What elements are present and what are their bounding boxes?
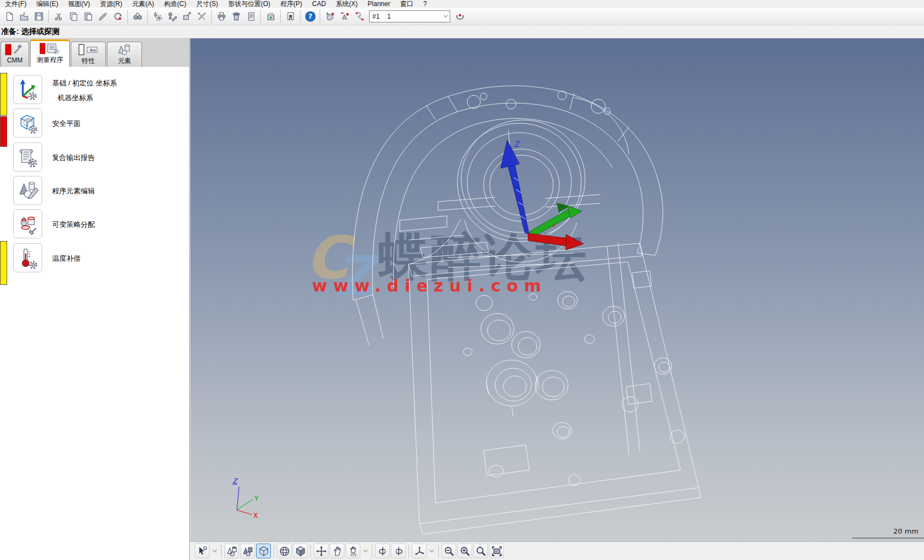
- print-button[interactable]: [214, 9, 229, 24]
- toolbar-separator: [409, 545, 409, 558]
- rotate-right-button[interactable]: [391, 544, 406, 558]
- certificate-report-button[interactable]: [283, 9, 298, 24]
- compound-report-icon: [16, 146, 39, 169]
- coordinate-triad-button[interactable]: [412, 544, 427, 558]
- protocol-icon: [246, 12, 256, 21]
- menu-edit[interactable]: 编辑(E): [31, 1, 63, 8]
- sidebar-item-compound-report[interactable]: [13, 142, 42, 172]
- shaded-cube-button[interactable]: [293, 544, 308, 558]
- manual-probe-button[interactable]: [322, 9, 337, 24]
- svg-text:?: ?: [308, 12, 312, 20]
- viewport-3d[interactable]: C Z 蝶醉论坛: [190, 38, 924, 541]
- menu-help[interactable]: ?: [418, 1, 432, 8]
- certificate-report-icon: [286, 12, 296, 21]
- open-folder-icon: [19, 12, 29, 21]
- probe-build-button[interactable]: [179, 9, 194, 24]
- run-program-button[interactable]: [263, 9, 278, 24]
- fit-view-icon: [491, 546, 502, 557]
- view-toolbar: XYZ: [190, 541, 924, 560]
- manual-probe-icon: [325, 12, 335, 21]
- chevron-down-icon[interactable]: [428, 544, 435, 558]
- elements-outline-icon: [226, 546, 237, 557]
- probe-edit-button[interactable]: [165, 9, 179, 24]
- menu-system[interactable]: 系统(X): [331, 1, 362, 8]
- find-button[interactable]: [130, 9, 145, 24]
- sidebar-item-variable-strategy[interactable]: [13, 209, 42, 238]
- cut-button[interactable]: [51, 9, 66, 24]
- save-button[interactable]: [31, 9, 46, 24]
- menu-window[interactable]: 窗口: [395, 1, 418, 8]
- tab-cmm[interactable]: CMM: [1, 42, 29, 67]
- menu-file[interactable]: 文件(F): [0, 1, 31, 8]
- rotate-left-button[interactable]: [375, 544, 390, 558]
- tab-label: CMM: [7, 56, 23, 64]
- help-button[interactable]: ?: [303, 9, 318, 24]
- probe-wrench-icon: [355, 12, 365, 21]
- pan-xyz-button[interactable]: XYZ: [345, 544, 360, 558]
- menu-construct[interactable]: 构造(C): [159, 1, 191, 8]
- delete-button[interactable]: [229, 9, 243, 24]
- wireframe-cube-button[interactable]: [256, 544, 271, 558]
- zoom-out-button[interactable]: [441, 544, 456, 558]
- chevron-down-icon[interactable]: [211, 544, 218, 558]
- tab-characteristics[interactable]: ⊕⌀ 特性: [71, 42, 106, 67]
- undo-button[interactable]: [110, 9, 125, 24]
- menu-planner[interactable]: Planner: [362, 1, 395, 8]
- fit-view-button[interactable]: [489, 544, 504, 558]
- program-element-edit-icon: [16, 179, 39, 202]
- copy-button[interactable]: [66, 9, 81, 24]
- probe-selector[interactable]: #1 1: [369, 10, 450, 22]
- menu-element[interactable]: 元素(A): [127, 1, 159, 8]
- tab-measure-program[interactable]: 测量程序: [30, 39, 70, 67]
- chevron-down-icon[interactable]: [441, 14, 450, 18]
- probe-rotate-button[interactable]: [452, 9, 467, 24]
- toolbar-separator: [147, 10, 148, 23]
- sidebar-item-base-alignment[interactable]: [13, 75, 42, 104]
- svg-text:XYZ: XYZ: [350, 552, 356, 556]
- wireframe-sphere-button[interactable]: [277, 544, 292, 558]
- tools-button[interactable]: [194, 9, 209, 24]
- new-document-button[interactable]: [2, 9, 16, 24]
- temperature-compensation-icon: [16, 247, 39, 270]
- toolbar-separator: [320, 10, 320, 23]
- probe-selector-value: 1: [387, 13, 441, 20]
- status-marker-yellow: [0, 241, 7, 285]
- menu-resource[interactable]: 资源(R): [95, 1, 127, 8]
- menu-form-position[interactable]: 形状与位置(O): [223, 1, 275, 8]
- select-probe-mode-button[interactable]: [195, 544, 209, 558]
- sidebar-item-safety-plane[interactable]: [13, 108, 42, 138]
- sidebar-item-label: 可变策略分配: [52, 220, 95, 230]
- menu-program[interactable]: 程序(P): [275, 1, 307, 8]
- elements-filled-button[interactable]: [240, 544, 255, 558]
- characteristics-icon: ⊕⌀: [77, 44, 99, 56]
- open-folder-button[interactable]: [16, 9, 31, 24]
- sidebar-item-temperature-compensation[interactable]: [13, 243, 42, 272]
- measure-program-icon: [39, 43, 61, 55]
- tab-elements[interactable]: 元素: [107, 42, 142, 67]
- probe-wrench-button[interactable]: [352, 9, 367, 24]
- probe-config-button[interactable]: [150, 9, 165, 24]
- toolbar-separator: [260, 10, 261, 23]
- menu-cad[interactable]: CAD: [307, 1, 331, 8]
- format-brush-button[interactable]: [95, 9, 110, 24]
- zoom-in-button[interactable]: [457, 544, 472, 558]
- cmm-machine-icon: [5, 44, 25, 56]
- rotate-right-icon: [393, 546, 404, 557]
- chevron-down-icon[interactable]: [361, 544, 369, 558]
- svg-text:X: X: [253, 512, 258, 519]
- tab-label: 测量程序: [37, 55, 63, 65]
- coordinate-system-icon: [16, 78, 39, 101]
- elements-outline-button[interactable]: [224, 544, 239, 558]
- paste-button[interactable]: [81, 9, 95, 24]
- svg-text:⊕⌀: ⊕⌀: [89, 48, 96, 53]
- menu-view[interactable]: 视图(V): [63, 1, 95, 8]
- pan-hand-button[interactable]: [330, 544, 344, 558]
- sidebar-item-label: 复合输出报告: [52, 153, 95, 163]
- protocol-button[interactable]: [243, 9, 258, 24]
- menu-size[interactable]: 尺寸(S): [191, 1, 223, 8]
- watermark-url: www.diezui.com: [312, 276, 547, 295]
- move-view-button[interactable]: [314, 544, 328, 558]
- sidebar-item-program-element-edit[interactable]: [13, 176, 42, 205]
- zoom-window-button[interactable]: [473, 544, 488, 558]
- text-probe-button[interactable]: A: [337, 9, 352, 24]
